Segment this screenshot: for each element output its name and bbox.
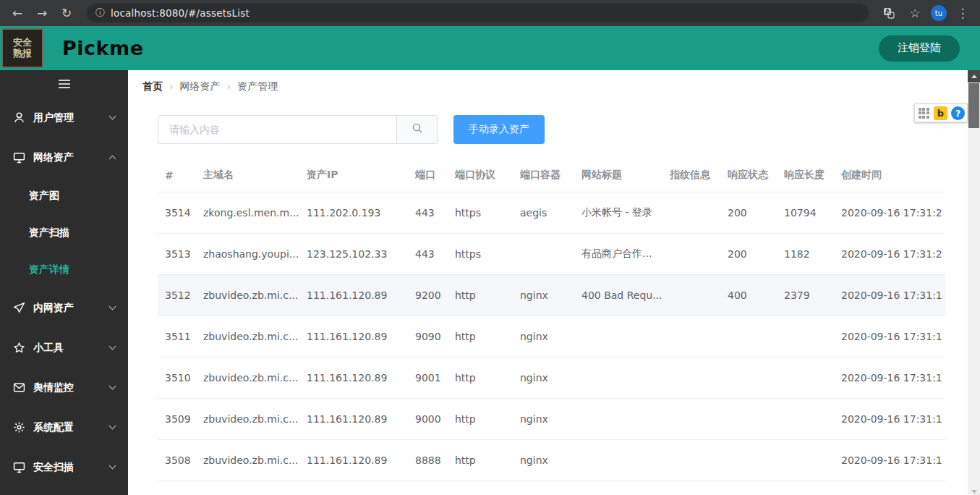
table-row[interactable]: 3513zhaoshang.youpi...123.125.102.33443h… <box>158 233 945 274</box>
logout-button[interactable]: 注销登陆 <box>879 35 960 62</box>
assets-table: #主域名资产IP端口端口协议端口容器网站标题指纹信息响应状态响应长度创建时间 3… <box>158 158 945 481</box>
table-row[interactable]: 3510zbuvideo.zb.mi.c...111.161.120.89900… <box>158 357 945 398</box>
sidebar-item-label: 用户管理 <box>33 111 74 124</box>
table-cell: 2020-09-16 17:31:2 <box>834 233 945 274</box>
table-cell: 111.202.0.193 <box>299 192 408 233</box>
table-cell: 2020-09-16 17:31:1 <box>834 357 945 398</box>
collapse-menu-icon[interactable] <box>0 70 128 98</box>
monitor-icon <box>13 151 25 164</box>
main-content: 首页›网络资产›资产管理 手动录入资产 #主域名资产IP端口端口协议端口容 <box>128 70 980 495</box>
avatar[interactable]: tu <box>931 5 947 21</box>
table-cell: 2020-09-16 17:31:1 <box>834 398 945 439</box>
table-cell: 2020-09-16 17:31:1 <box>834 439 945 481</box>
column-header: 创建时间 <box>834 158 945 192</box>
table-cell <box>777 357 834 398</box>
table-cell: nginx <box>513 398 574 439</box>
chevron-down-icon <box>109 383 116 390</box>
sidebar-subitem-asset-detail[interactable]: 资产详情 <box>0 251 128 288</box>
sidebar-item-label: 小工具 <box>33 342 64 355</box>
table-row[interactable]: 3511zbuvideo.zb.mi.c...111.161.120.89909… <box>158 316 945 357</box>
table-cell: 3512 <box>158 274 196 316</box>
sidebar-item-system-config[interactable]: 系统配置 <box>0 407 128 447</box>
sidebar-item-label: 网络资产 <box>33 151 74 164</box>
hamburger-icon <box>59 77 70 90</box>
sidebar-item-tools[interactable]: 小工具 <box>0 328 128 368</box>
table-cell: 3509 <box>158 398 196 439</box>
sidebar-item-intranet-assets[interactable]: 内网资产 <box>0 288 128 328</box>
back-icon[interactable]: ← <box>7 3 27 23</box>
breadcrumb-item[interactable]: 首页 <box>142 80 163 93</box>
table-row[interactable]: 3508zbuvideo.zb.mi.c...111.161.120.89888… <box>158 439 945 481</box>
search-input[interactable] <box>158 115 396 144</box>
plugin-badge-icon[interactable]: b <box>934 106 947 120</box>
url-bar[interactable]: ⓘ localhost:8080/#/assetsList <box>87 4 869 22</box>
table-cell <box>720 439 777 481</box>
sidebar-item-users[interactable]: 用户管理 <box>0 98 128 138</box>
refresh-icon[interactable]: ↻ <box>56 3 77 23</box>
table-row[interactable]: 3509zbuvideo.zb.mi.c...111.161.120.89900… <box>158 398 945 439</box>
table-cell: 111.161.120.89 <box>299 274 408 316</box>
table-cell <box>662 398 720 439</box>
table-cell: zbuvideo.zb.mi.c... <box>196 274 299 316</box>
column-header: 主域名 <box>196 158 299 192</box>
table-cell <box>662 233 720 274</box>
help-icon[interactable]: ? <box>951 106 965 120</box>
url-text: localhost:8080/#/assetsList <box>111 7 250 19</box>
sidebar-subitem-asset-scan[interactable]: 资产扫描 <box>0 214 128 251</box>
table-cell <box>662 274 720 316</box>
sidebar-item-network-assets[interactable]: 网络资产 <box>0 138 128 177</box>
kebab-menu-icon[interactable]: ⋮ <box>953 3 973 23</box>
sidebar-item-label: 系统配置 <box>33 421 74 434</box>
bookmark-star-icon[interactable]: ☆ <box>905 3 925 23</box>
scrollbar-thumb[interactable] <box>968 83 979 128</box>
column-header: 资产IP <box>299 158 408 192</box>
table-cell: 3510 <box>158 357 196 398</box>
table-cell: zkong.esl.men.m... <box>196 192 299 233</box>
column-header: 端口 <box>408 158 448 192</box>
vertical-scrollbar[interactable] <box>968 70 980 495</box>
table-row[interactable]: 3514zkong.esl.men.m...111.202.0.193443ht… <box>158 192 945 233</box>
column-header: 指纹信息 <box>662 158 720 192</box>
table-cell: 111.161.120.89 <box>299 398 408 439</box>
column-header: # <box>158 158 196 192</box>
chevron-down-icon <box>109 303 116 310</box>
sidebar-item-opinion-monitor[interactable]: 舆情监控 <box>0 368 128 407</box>
info-icon[interactable]: ⓘ <box>95 7 105 20</box>
page: ← → ↻ ⓘ localhost:8080/#/assetsList A ☆ … <box>0 0 980 495</box>
table-cell <box>720 357 777 398</box>
app-logo: 安全 熟报 <box>1 28 43 68</box>
column-header: 网站标题 <box>574 158 662 192</box>
breadcrumb-item[interactable]: 网络资产 <box>180 80 221 93</box>
table-cell <box>662 316 720 357</box>
table-cell: 有品商户合作... <box>574 233 662 274</box>
table-body: 3514zkong.esl.men.m...111.202.0.193443ht… <box>158 192 945 481</box>
forward-icon[interactable]: → <box>32 3 52 23</box>
table-cell: 2020-09-16 17:31:2 <box>834 192 945 233</box>
table-cell: nginx <box>513 274 574 316</box>
sidebar-menu: 用户管理网络资产资产图资产扫描资产详情内网资产小工具舆情监控系统配置安全扫描 <box>0 98 128 487</box>
sidebar-subitem-asset-map[interactable]: 资产图 <box>0 177 128 214</box>
table-cell <box>513 233 574 274</box>
table-cell: nginx <box>513 439 574 481</box>
grid-icon[interactable] <box>917 106 930 119</box>
table-row[interactable]: 3512zbuvideo.zb.mi.c...111.161.120.89920… <box>158 274 945 316</box>
add-asset-button[interactable]: 手动录入资产 <box>453 115 545 144</box>
table-cell: 123.125.102.33 <box>299 233 408 274</box>
table-cell <box>777 398 834 439</box>
column-header: 响应状态 <box>720 158 777 192</box>
table-cell: 8888 <box>408 439 448 481</box>
browser-chrome: ← → ↻ ⓘ localhost:8080/#/assetsList A ☆ … <box>0 0 980 26</box>
table-cell: nginx <box>513 357 574 398</box>
column-header: 端口协议 <box>448 158 513 192</box>
sidebar-item-security-scan[interactable]: 安全扫描 <box>0 447 128 487</box>
table-cell: zbuvideo.zb.mi.c... <box>196 439 299 481</box>
table-cell <box>720 316 777 357</box>
table-cell <box>662 439 720 481</box>
translate-icon[interactable]: A <box>879 3 899 23</box>
table-cell: https <box>448 192 513 233</box>
table-cell: aegis <box>513 192 574 233</box>
search-button[interactable] <box>396 115 438 144</box>
scroll-up-icon[interactable] <box>968 70 980 82</box>
table-cell: 小米帐号 - 登录 <box>574 192 662 233</box>
scroll-down-icon[interactable] <box>968 490 980 494</box>
